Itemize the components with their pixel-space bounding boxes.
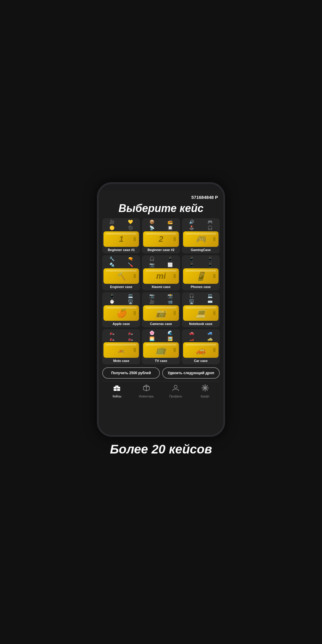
case-preview-tv: 🌸🌊🌅🖼️ (142, 329, 180, 342)
case-preview-beginner1: 🎥💛🟡⚫ (102, 218, 140, 231)
case-label-notebook: Notebook case (188, 322, 213, 326)
balance-display: 571684848 Р (191, 195, 218, 200)
case-body-cameras: 📷 (143, 305, 179, 321)
case-preview-engineer: 🔧🔫🔩🪛 (102, 255, 140, 268)
case-card-gaming[interactable]: 🔊🎮🕹️🎧🎮GamingCase (182, 218, 220, 253)
case-card-notebook[interactable]: 🎧💻🖥️⌨️💻Notebook case (182, 292, 220, 327)
case-preview-moto: 🏍️🏍️🏍️🏍️ (102, 329, 140, 342)
phone-screen: 571684848 Р Выберите кейс 🎥💛🟡⚫1Beginner … (99, 191, 223, 435)
banner-text: Более 20 кейсов (110, 442, 212, 456)
case-label-beginner1: Beginner case #1 (106, 248, 136, 252)
case-card-xiaomi[interactable]: 🎧📱📷⬜miXiaomi case (142, 255, 180, 290)
case-card-cameras[interactable]: 📷📸🎥📹📷Cameras case (142, 292, 180, 327)
nav-label-inventory: Инвентарь (139, 395, 154, 398)
case-preview-car: 🚗🚙🏎️🚕 (182, 329, 220, 342)
case-preview-notebook: 🎧💻🖥️⌨️ (182, 292, 220, 305)
case-body-xiaomi: mi (143, 268, 179, 284)
case-body-apple: 🍎 (103, 305, 139, 321)
nav-label-profile: Профиль (169, 395, 182, 398)
case-preview-xiaomi: 🎧📱📷⬜ (142, 255, 180, 268)
case-card-beginner2[interactable]: 📦📻📡🔲2Beginner case #2 (142, 218, 180, 253)
case-label-cameras: Cameras case (149, 322, 173, 326)
case-card-apple[interactable]: 📱💻⌚🖥️🍎Apple case (102, 292, 140, 327)
case-preview-beginner2: 📦📻📡🔲 (142, 218, 180, 231)
case-label-moto: Moto case (112, 359, 131, 363)
page-title: Выберите кейс (102, 202, 220, 215)
case-label-beginner2: Beginner case #2 (146, 248, 176, 252)
nav-item-cases[interactable]: Кейсы (102, 384, 132, 398)
case-label-engineer: Engineer case (109, 285, 134, 289)
receive-button[interactable]: Получить 2500 рублей (102, 367, 160, 379)
case-preview-phones: 📱📱📱📱 (182, 255, 220, 268)
svg-point-6 (174, 385, 177, 388)
cases-grid: 🎥💛🟡⚫1Beginner case #1📦📻📡🔲2Beginner case … (102, 218, 220, 364)
case-preview-gaming: 🔊🎮🕹️🎧 (182, 218, 220, 231)
action-buttons: Получить 2500 рублей Удвоить следующий д… (102, 367, 220, 379)
case-label-car: Car case (193, 359, 209, 363)
phone-frame: 571684848 Р Выберите кейс 🎥💛🟡⚫1Beginner … (97, 182, 225, 437)
case-body-beginner2: 2 (143, 231, 179, 247)
nav-item-profile[interactable]: Профиль (161, 384, 191, 398)
nav-item-inventory[interactable]: Инвентарь (132, 384, 161, 398)
nav-icon-inventory (142, 384, 151, 394)
case-label-tv: TV case (154, 359, 168, 363)
nav-item-craft[interactable]: Крафт (191, 384, 220, 398)
bottom-banner: Более 20 кейсов (97, 437, 225, 462)
bottom-nav: КейсыИнвентарьПрофильКрафт (102, 381, 220, 400)
case-body-phones: 📱 (183, 268, 219, 284)
case-card-tv[interactable]: 🌸🌊🌅🖼️📺TV case (142, 329, 180, 364)
case-card-moto[interactable]: 🏍️🏍️🏍️🏍️🏍️Moto case (102, 329, 140, 364)
phone-notch (142, 184, 180, 191)
case-card-phones[interactable]: 📱📱📱📱📱Phones case (182, 255, 220, 290)
case-label-phones: Phones case (190, 285, 212, 289)
case-preview-apple: 📱💻⌚🖥️ (102, 292, 140, 305)
case-body-moto: 🏍️ (103, 342, 139, 358)
case-card-beginner1[interactable]: 🎥💛🟡⚫1Beginner case #1 (102, 218, 140, 253)
nav-label-cases: Кейсы (113, 395, 121, 398)
case-label-gaming: GamingCase (190, 248, 212, 252)
case-body-tv: 📺 (143, 342, 179, 358)
case-preview-cameras: 📷📸🎥📹 (142, 292, 180, 305)
nav-icon-profile (171, 384, 180, 394)
case-body-gaming: 🎮 (183, 231, 219, 247)
case-label-apple: Apple case (112, 322, 131, 326)
case-card-car[interactable]: 🚗🚙🏎️🚕🚗Car case (182, 329, 220, 364)
case-body-car: 🚗 (183, 342, 219, 358)
balance-row: 571684848 Р (102, 193, 220, 200)
nav-icon-craft (201, 384, 209, 394)
case-body-engineer: 🔨 (103, 268, 139, 284)
nav-icon-cases (113, 384, 121, 394)
case-body-notebook: 💻 (183, 305, 219, 321)
case-body-beginner1: 1 (103, 231, 139, 247)
nav-label-craft: Крафт (201, 395, 210, 398)
case-label-xiaomi: Xiaomi case (150, 285, 172, 289)
double-button[interactable]: Удвоить следующий дроп (162, 367, 220, 379)
outer-wrapper: 571684848 Р Выберите кейс 🎥💛🟡⚫1Beginner … (80, 182, 242, 462)
case-card-engineer[interactable]: 🔧🔫🔩🪛🔨Engineer case (102, 255, 140, 290)
